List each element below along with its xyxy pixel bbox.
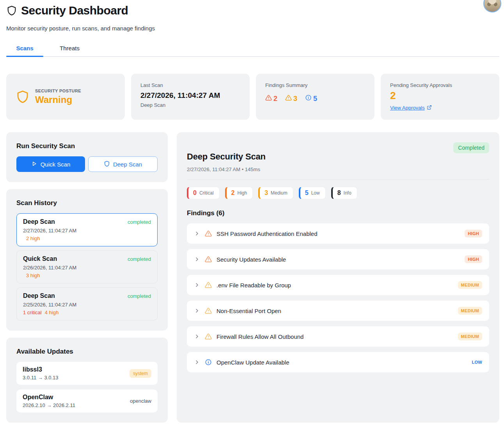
summary-cards: SECURITY POSTURE Warning Last Scan 2/27/… (6, 74, 499, 120)
chevron-right-icon[interactable] (194, 308, 200, 314)
findings-list: SSH Password Authentication Enabled HIGH… (187, 223, 489, 372)
chevron-right-icon[interactable] (194, 230, 200, 237)
run-scan-title: Run Security Scan (16, 142, 158, 150)
severity-badge: HIGH (465, 230, 482, 237)
posture-shield-icon (16, 90, 30, 104)
finding-row[interactable]: Non-Essential Port Open MEDIUM (187, 301, 489, 321)
low-count: 5 (305, 94, 317, 103)
scan-history-card: Scan History Deep Scan completed 2/27/20… (6, 189, 168, 331)
info-pill: 8 Info (331, 187, 357, 199)
info-icon (205, 359, 212, 366)
chevron-right-icon[interactable] (194, 256, 200, 262)
source-tag: openclaw (130, 398, 151, 404)
source-tag: system (130, 369, 151, 378)
scan-history-title: Scan History (16, 199, 158, 207)
last-scan-card: Last Scan 2/27/2026, 11:04:27 AM Deep Sc… (131, 74, 250, 120)
warning-icon (205, 230, 212, 237)
tab-scans[interactable]: Scans (6, 42, 43, 56)
critical-pill: 0 Critical (187, 187, 220, 199)
deep-scan-button[interactable]: Deep Scan (88, 156, 158, 172)
shield-icon (6, 5, 17, 16)
finding-row[interactable]: Security Updates Available HIGH (187, 249, 489, 269)
scan-history-item[interactable]: Deep Scan completed 2/25/2026, 11:04:27 … (16, 287, 158, 320)
approvals-count: 2 (390, 90, 490, 102)
page-header: Security Dashboard (6, 0, 499, 17)
warning-icon (205, 307, 212, 314)
tab-threats[interactable]: Threats (51, 42, 88, 56)
severity-badge: LOW (469, 358, 482, 366)
severity-badge: MEDIUM (458, 333, 482, 340)
medium-pill: 3 Medium (258, 187, 293, 199)
divider (187, 179, 489, 180)
shield-icon (104, 161, 110, 168)
finding-row[interactable]: Firewall Rules Allow All Outbound MEDIUM (187, 326, 489, 347)
info-icon (305, 94, 312, 103)
medium-count: 3 (285, 94, 297, 103)
available-updates-card: Available Updates libssl3 3.0.11 → 3.0.1… (6, 338, 168, 423)
severity-pills: 0 Critical 2 High 3 Medium 5 Low 8 Inf (187, 187, 489, 199)
findings-summary-card: Findings Summary 2 3 5 (256, 74, 374, 120)
chevron-right-icon[interactable] (194, 282, 200, 288)
scan-detail-title: Deep Security Scan (187, 152, 489, 162)
pending-approvals-card: Pending Security Approvals 2 View Approv… (381, 74, 499, 120)
warning-icon (285, 94, 292, 103)
warning-icon (205, 256, 212, 263)
available-updates-title: Available Updates (16, 348, 158, 356)
findings-heading: Findings (6) (187, 209, 489, 217)
last-scan-value: 2/27/2026, 11:04:27 AM (140, 91, 240, 100)
scan-history-item[interactable]: Quick Scan completed 2/26/2026, 11:04:27… (16, 250, 158, 283)
warning-icon (205, 333, 212, 340)
chevron-right-icon[interactable] (194, 359, 200, 365)
last-scan-type: Deep Scan (140, 102, 240, 108)
scan-history-item[interactable]: Deep Scan completed 2/27/2026, 11:04:27 … (16, 213, 158, 246)
update-item[interactable]: OpenClaw 2026.2.10 → 2026.2.11 openclaw (16, 389, 158, 412)
status-badge: completed (128, 293, 151, 299)
high-pill: 2 High (225, 187, 253, 199)
status-badge: completed (128, 219, 151, 225)
warning-icon (265, 94, 272, 103)
completed-badge: Completed (453, 142, 489, 153)
external-link-icon (427, 105, 432, 111)
chevron-right-icon[interactable] (194, 333, 200, 340)
approvals-label: Pending Security Approvals (390, 82, 490, 88)
severity-badge: MEDIUM (458, 307, 482, 315)
page-title: Security Dashboard (21, 4, 128, 17)
security-posture-card: SECURITY POSTURE Warning (6, 74, 125, 120)
finding-row[interactable]: OpenClaw Update Available LOW (187, 352, 489, 372)
finding-row[interactable]: .env File Readable by Group MEDIUM (187, 275, 489, 295)
view-approvals-link[interactable]: View Approvals (390, 105, 432, 111)
quick-scan-button[interactable]: Quick Scan (16, 156, 85, 172)
findings-summary-label: Findings Summary (265, 82, 365, 88)
low-pill: 5 Low (299, 187, 326, 199)
high-count: 2 (265, 94, 277, 103)
scan-detail-meta: 2/27/2026, 11:04:27 AM • 145ms (187, 166, 489, 172)
severity-badge: HIGH (465, 255, 482, 263)
scan-detail-panel: Completed Deep Security Scan 2/27/2026, … (177, 132, 499, 423)
last-scan-label: Last Scan (140, 82, 240, 88)
status-badge: completed (128, 256, 151, 262)
page-subtitle: Monitor security posture, run scans, and… (6, 25, 499, 32)
severity-badge: MEDIUM (458, 281, 482, 289)
run-scan-card: Run Security Scan Quick Scan Deep Scan (6, 132, 168, 182)
finding-row[interactable]: SSH Password Authentication Enabled HIGH (187, 223, 489, 244)
posture-value: Warning (35, 94, 81, 105)
posture-label: SECURITY POSTURE (35, 89, 81, 93)
play-icon (31, 161, 37, 168)
update-item[interactable]: libssl3 3.0.11 → 3.0.13 system (16, 362, 158, 385)
warning-icon (205, 281, 212, 289)
tab-bar: Scans Threats (6, 42, 499, 57)
